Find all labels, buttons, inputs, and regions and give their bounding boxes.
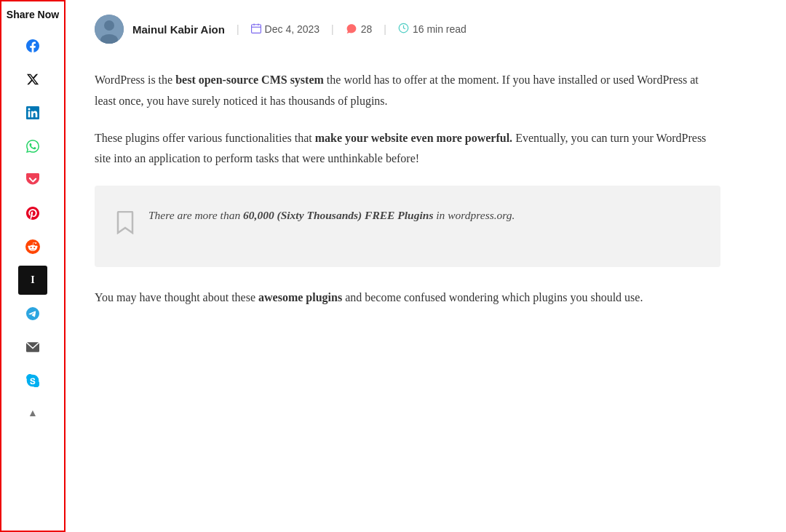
read-time-meta: 16 min read: [398, 23, 467, 36]
comment-count: 28: [361, 23, 373, 35]
svg-rect-4: [251, 24, 261, 33]
comments-meta: 28: [346, 23, 373, 36]
clock-icon: [398, 23, 409, 36]
article-content: Mainul Kabir Aion | Dec 4, 2023 | 28 | 1…: [66, 0, 764, 532]
pinterest-share-button[interactable]: [18, 199, 47, 228]
callout-box: There are more than 60,000 (Sixty Thousa…: [95, 186, 720, 267]
avatar: [95, 15, 124, 44]
svg-point-2: [104, 20, 114, 31]
facebook-share-button[interactable]: [18, 31, 47, 60]
whatsapp-share-button[interactable]: [18, 132, 47, 161]
author-name: Mainul Kabir Aion: [132, 23, 225, 36]
reddit-share-button[interactable]: [18, 232, 47, 261]
twitter-share-button[interactable]: [18, 65, 47, 94]
share-sidebar: Share Now: [0, 0, 66, 532]
calendar-icon: [251, 23, 261, 36]
email-share-button[interactable]: [18, 333, 47, 362]
telegram-share-button[interactable]: [18, 299, 47, 328]
separator-2: |: [331, 23, 334, 35]
date-meta: Dec 4, 2023: [251, 23, 320, 36]
article-date: Dec 4, 2023: [265, 23, 320, 35]
separator-1: |: [237, 23, 239, 35]
callout-text: There are more than 60,000 (Sixty Thousa…: [148, 206, 515, 225]
separator-3: |: [384, 23, 386, 35]
author-row: Mainul Kabir Aion | Dec 4, 2023 | 28 | 1…: [95, 15, 720, 44]
paragraph-3: You may have thought about these awesome…: [95, 287, 720, 309]
share-now-label: Share Now: [7, 9, 59, 21]
paragraph-1: WordPress is the best open-source CMS sy…: [95, 70, 720, 112]
pocket-share-button[interactable]: [18, 165, 47, 194]
skype-share-button[interactable]: [18, 366, 47, 395]
bookmark-icon: [116, 207, 134, 247]
comment-icon: [346, 23, 357, 36]
article-body: WordPress is the best open-source CMS sy…: [95, 70, 720, 309]
instapaper-share-button[interactable]: I: [18, 266, 47, 295]
linkedin-share-button[interactable]: [18, 98, 47, 127]
read-time: 16 min read: [413, 23, 467, 35]
collapse-sidebar-button[interactable]: ▲: [18, 402, 47, 424]
paragraph-2: These plugins offer various functionalit…: [95, 128, 720, 170]
